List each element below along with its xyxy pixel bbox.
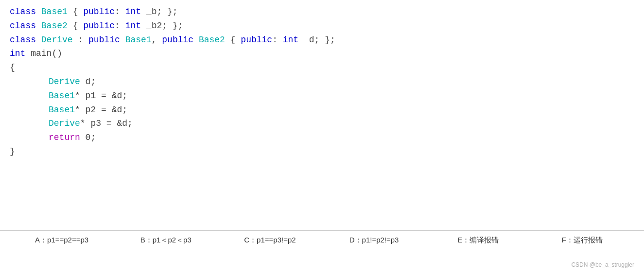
code-line-line8: Base1* p2 = &d; (10, 103, 634, 117)
code-line-line5: { (10, 61, 634, 75)
code-line-line6: Derive d; (10, 75, 634, 89)
code-line-line9: Derive* p3 = &d; (10, 117, 634, 131)
code-block: class Base1 { public: int _b; };class Ba… (10, 5, 634, 159)
option-a[interactable]: A：p1==p2==p3 (10, 236, 114, 245)
code-line-line2: class Base2 { public: int _b2; }; (10, 19, 634, 33)
code-line-line7: Base1* p1 = &d; (10, 89, 634, 103)
code-line-line4: int main() (10, 47, 634, 61)
option-f[interactable]: F：运行报错 (530, 236, 634, 245)
code-line-line3: class Derive : public Base1, public Base… (10, 33, 634, 47)
option-c[interactable]: C：p1==p3!=p2 (218, 236, 322, 245)
watermark: CSDN @be_a_struggler (571, 261, 634, 268)
option-d[interactable]: D：p1!=p2!=p3 (322, 236, 426, 245)
options-bar: A：p1==p2==p3B：p1＜p2＜p3C：p1==p3!=p2D：p1!=… (0, 230, 644, 250)
option-e[interactable]: E：编译报错 (426, 236, 530, 245)
code-line-line10: return 0; (10, 131, 634, 145)
option-b[interactable]: B：p1＜p2＜p3 (114, 236, 218, 245)
code-line-line1: class Base1 { public: int _b; }; (10, 5, 634, 19)
code-line-line11: } (10, 145, 634, 159)
main-container: class Base1 { public: int _b; };class Ba… (0, 0, 644, 275)
